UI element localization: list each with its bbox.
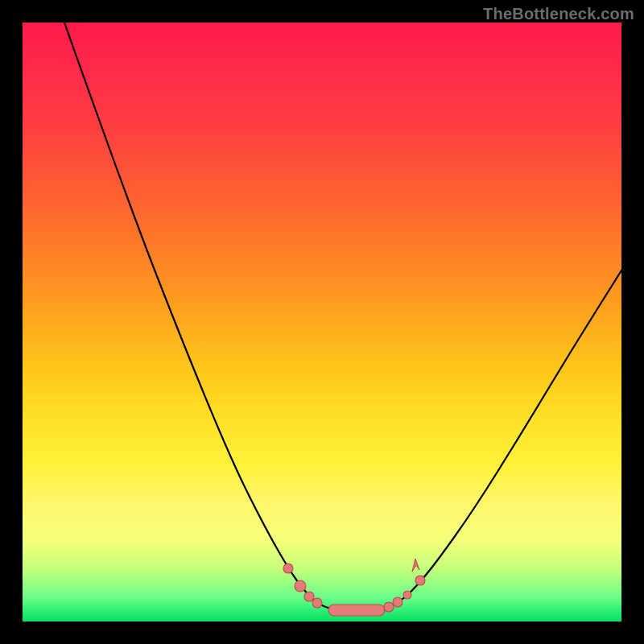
trough-dot [295,580,306,592]
bottleneck-curve [64,23,621,609]
trough-dot [415,576,425,585]
trough-pill [328,605,385,616]
trough-dot [393,597,402,607]
chart-overlay [23,23,621,621]
watermark-text: TheBottleneck.com [483,5,634,23]
trough-dot [312,598,322,608]
trough-dot [283,564,293,573]
app-frame: TheBottleneck.com [0,0,644,644]
accent-wedge [412,559,419,572]
trough-markers [283,559,425,616]
trough-dot [403,591,411,599]
trough-dot [304,592,314,601]
trough-dot [384,602,394,612]
